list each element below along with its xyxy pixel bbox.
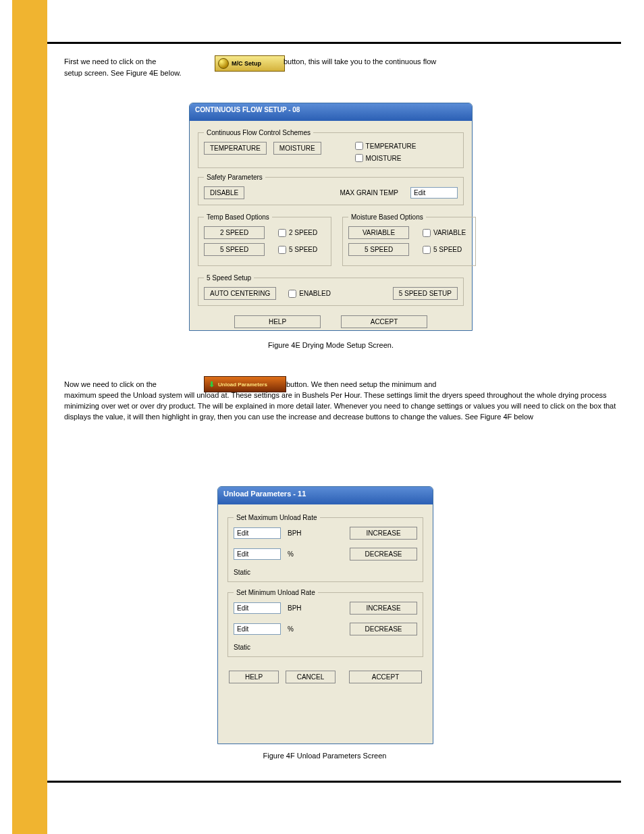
para2-text-c: maximum speed the Unload system will unl… xyxy=(64,390,621,423)
max-bph-unit: BPH xyxy=(288,529,308,537)
intro-text-1: First we need to click on the xyxy=(64,57,209,66)
max-static-label: Static xyxy=(234,569,417,576)
min-unload-legend: Set Minimum Unload Rate xyxy=(234,589,318,596)
enabled-checkbox[interactable]: ENABLED xyxy=(288,290,331,298)
dialog2-title: Unload Parameters - 11 xyxy=(218,487,433,504)
temp-options-legend: Temp Based Options xyxy=(204,213,272,221)
five-speed-setup-legend: 5 Speed Setup xyxy=(204,274,254,282)
temperature-button[interactable]: TEMPERATURE xyxy=(204,142,267,155)
moist-variable-button[interactable]: VARIABLE xyxy=(348,226,409,239)
moisture-button[interactable]: MOISTURE xyxy=(273,142,321,155)
download-icon: ⬇ xyxy=(207,380,215,388)
dlg2-help-button[interactable]: HELP xyxy=(229,671,279,683)
dialog-body: Continuous Flow Control Schemes TEMPERAT… xyxy=(190,121,472,334)
para2-text-b: button. We then need setup the minimum a… xyxy=(286,380,624,388)
max-decrease-button[interactable]: DECREASE xyxy=(350,548,417,561)
min-increase-button[interactable]: INCREASE xyxy=(350,602,417,615)
figure-4f-caption: Figure 4F Unload Parameters Screen xyxy=(240,752,409,760)
five-speed-setup-button[interactable]: 5 SPEED SETUP xyxy=(393,287,458,300)
max-increase-button[interactable]: INCREASE xyxy=(350,527,417,540)
dlg2-accept-button[interactable]: ACCEPT xyxy=(349,671,422,683)
help-button[interactable]: HELP xyxy=(234,315,321,328)
control-schemes-legend: Continuous Flow Control Schemes xyxy=(204,129,313,136)
moist-variable-checkbox[interactable]: VARIABLE xyxy=(423,229,470,237)
max-unload-legend: Set Maximum Unload Rate xyxy=(234,514,320,521)
moisture-checkbox-label: MOISTURE xyxy=(366,155,402,162)
temp-2speed-checkbox-label: 2 SPEED xyxy=(289,229,317,236)
max-bph-input[interactable]: Edit xyxy=(234,527,281,539)
unload-parameters-dialog: Unload Parameters - 11 Set Maximum Unloa… xyxy=(217,486,433,744)
disable-button[interactable]: DISABLE xyxy=(204,186,244,199)
dialog-title: CONTINUOUS FLOW SETUP - 08 xyxy=(190,103,472,121)
min-unload-group: Set Minimum Unload Rate Edit BPH INCREAS… xyxy=(227,589,423,657)
top-rule xyxy=(47,42,621,44)
left-sidebar-stripe xyxy=(12,0,47,834)
intro-text-3: setup screen. See Figure 4E below. xyxy=(64,69,182,77)
para2-text-a: Now we need to click on the xyxy=(64,380,203,388)
min-pct-unit: % xyxy=(288,625,308,633)
temp-5speed-checkbox-label: 5 SPEED xyxy=(289,246,317,253)
min-static-label: Static xyxy=(234,644,417,651)
min-pct-input[interactable]: Edit xyxy=(234,623,281,635)
moisture-options-legend: Moisture Based Options xyxy=(348,213,426,221)
moist-5speed-button[interactable]: 5 SPEED xyxy=(348,243,409,256)
figure-4e-caption: Figure 4E Drying Mode Setup Screen. xyxy=(203,341,459,349)
max-unload-group: Set Maximum Unload Rate Edit BPH INCREAS… xyxy=(227,514,423,582)
mc-setup-label: M/C Setup xyxy=(232,60,261,67)
auto-centering-button[interactable]: AUTO CENTERING xyxy=(204,287,276,300)
intro-text-2: button, this will take you to the contin… xyxy=(284,57,621,66)
moisture-based-options-group: Moisture Based Options VARIABLE VARIABLE… xyxy=(342,213,476,266)
max-pct-unit: % xyxy=(288,550,308,558)
temperature-checkbox[interactable]: TEMPERATURE xyxy=(355,142,417,150)
bottom-rule xyxy=(47,781,621,783)
moist-5speed-checkbox[interactable]: 5 SPEED xyxy=(423,246,470,254)
enabled-checkbox-label: ENABLED xyxy=(299,290,331,297)
mc-setup-icon xyxy=(218,58,229,69)
temp-5speed-button[interactable]: 5 SPEED xyxy=(204,243,265,256)
dialog2-body: Set Maximum Unload Rate Edit BPH INCREAS… xyxy=(218,504,433,690)
temp-based-options-group: Temp Based Options 2 SPEED 2 SPEED 5 SPE… xyxy=(198,213,331,266)
moisture-checkbox[interactable]: MOISTURE xyxy=(355,154,417,162)
dlg2-cancel-button[interactable]: CANCEL xyxy=(286,671,336,683)
min-bph-unit: BPH xyxy=(288,604,308,612)
max-grain-temp-label: MAX GRAIN TEMP xyxy=(340,189,399,197)
moist-variable-checkbox-label: VARIABLE xyxy=(433,229,466,236)
temp-2speed-checkbox[interactable]: 2 SPEED xyxy=(278,229,325,237)
mc-setup-button[interactable]: M/C Setup xyxy=(215,55,285,72)
five-speed-setup-group: 5 Speed Setup AUTO CENTERING ENABLED 5 S… xyxy=(198,274,464,306)
safety-parameters-group: Safety Parameters DISABLE MAX GRAIN TEMP… xyxy=(198,174,464,205)
min-decrease-button[interactable]: DECREASE xyxy=(350,623,417,635)
max-grain-temp-input[interactable]: Edit xyxy=(410,187,458,199)
continuous-flow-setup-dialog: CONTINUOUS FLOW SETUP - 08 Continuous Fl… xyxy=(189,103,473,331)
unload-parameters-label: Unload Parameters xyxy=(218,382,267,388)
temp-5speed-checkbox[interactable]: 5 SPEED xyxy=(278,246,325,254)
accept-button[interactable]: ACCEPT xyxy=(341,315,427,328)
moist-5speed-checkbox-label: 5 SPEED xyxy=(433,246,462,253)
temp-2speed-button[interactable]: 2 SPEED xyxy=(204,226,265,239)
control-schemes-group: Continuous Flow Control Schemes TEMPERAT… xyxy=(198,129,464,168)
min-bph-input[interactable]: Edit xyxy=(234,602,281,614)
max-pct-input[interactable]: Edit xyxy=(234,548,281,560)
temperature-checkbox-label: TEMPERATURE xyxy=(366,142,417,150)
page: First we need to click on the M/C Setup … xyxy=(0,0,644,834)
safety-parameters-legend: Safety Parameters xyxy=(204,174,265,181)
